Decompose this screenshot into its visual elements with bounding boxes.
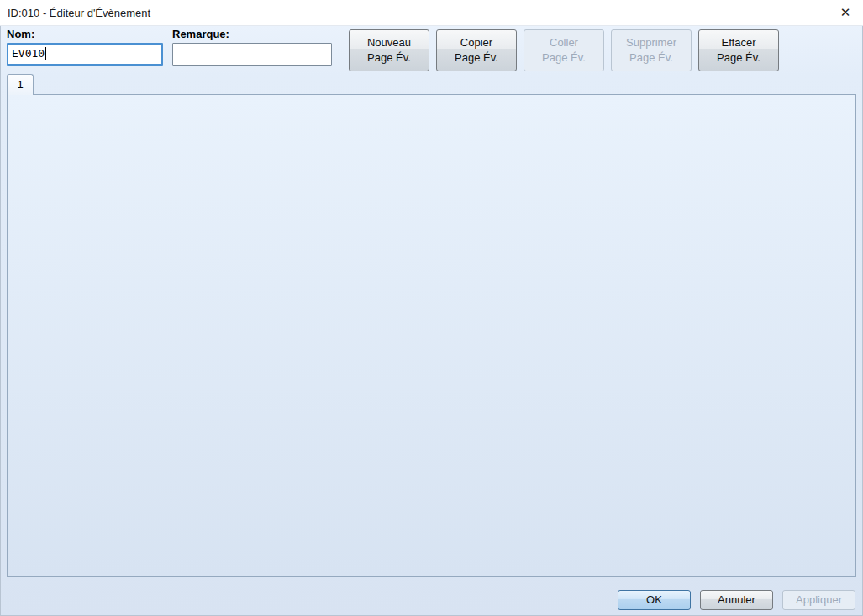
copy-page-button[interactable]: Copier Page Év.: [436, 29, 517, 71]
ok-button[interactable]: OK: [618, 590, 691, 610]
text-caret: [45, 47, 46, 60]
note-input[interactable]: [172, 43, 332, 66]
title-bar: ID:010 - Éditeur d'Évènement ✕: [0, 0, 863, 26]
event-editor-dialog: ID:010 - Éditeur d'Évènement ✕ Nom: EV01…: [0, 0, 863, 616]
clear-page-button[interactable]: Effacer Page Év.: [698, 29, 779, 71]
cancel-button[interactable]: Annuler: [700, 590, 773, 610]
paste-page-button[interactable]: Coller Page Év.: [524, 29, 604, 71]
delete-page-button[interactable]: Supprimer Page Év.: [611, 29, 692, 71]
window-title: ID:010 - Éditeur d'Évènement: [8, 7, 150, 19]
name-input[interactable]: EV010: [7, 43, 163, 66]
close-icon[interactable]: ✕: [835, 3, 855, 23]
new-page-button[interactable]: Nouveau Page Év.: [349, 29, 429, 71]
tab-page-body: [7, 94, 856, 577]
apply-button[interactable]: Appliquer: [782, 590, 855, 610]
name-label: Nom:: [7, 28, 34, 40]
note-label: Remarque:: [172, 28, 229, 40]
tab-page-1[interactable]: 1: [7, 74, 34, 95]
